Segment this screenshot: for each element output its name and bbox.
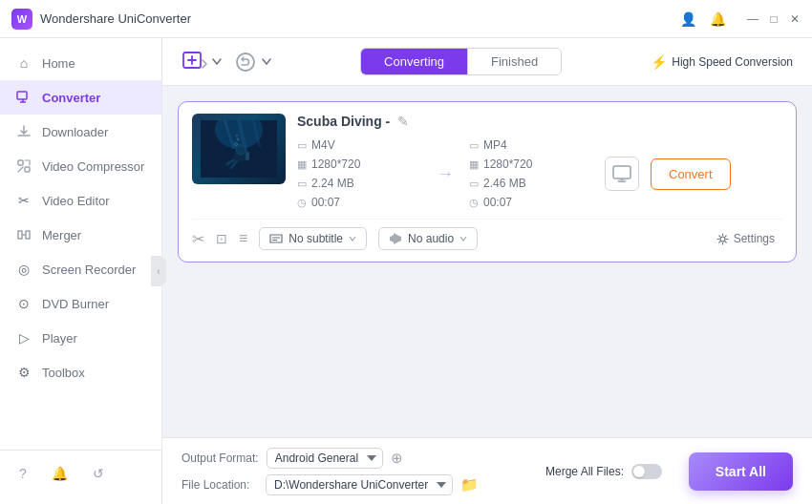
file-name: Scuba Diving - <box>297 114 390 129</box>
file-card: Scuba Diving - ✎ ▭ M4V ▦ <box>178 101 797 262</box>
file-settings-button[interactable]: Settings <box>709 228 782 249</box>
dest-resolution: 1280*720 <box>483 158 532 171</box>
file-thumbnail <box>192 114 286 184</box>
sidebar-item-feedback[interactable]: ↺ <box>89 462 108 485</box>
toggle-thumb <box>633 466 645 477</box>
svg-rect-3 <box>18 160 23 165</box>
sidebar-label-merger: Merger <box>42 228 81 242</box>
sidebar-item-toolbox[interactable]: ⚙ Toolbox <box>0 355 161 389</box>
convert-button[interactable]: Convert <box>651 158 731 190</box>
dest-format-item: ▭ MP4 <box>469 138 593 152</box>
convert-select-button[interactable] <box>233 50 271 74</box>
file-meta-row: ▭ M4V ▦ 1280*720 ▭ 2.24 MB <box>297 138 782 209</box>
sidebar-label-editor: Video Editor <box>42 194 110 208</box>
browse-folder-icon[interactable]: 📁 <box>460 476 479 494</box>
source-format-item: ▭ M4V <box>297 138 421 152</box>
sidebar-item-home[interactable]: ⌂ Home <box>0 46 161 80</box>
sidebar-item-video-compressor[interactable]: Video Compressor <box>0 149 161 183</box>
window-controls: — □ ✕ <box>747 13 801 25</box>
toolbox-icon: ⚙ <box>15 364 32 381</box>
file-area: Scuba Diving - ✎ ▭ M4V ▦ <box>162 86 812 437</box>
format-icon: ▭ <box>297 139 307 152</box>
sidebar-item-dvd-burner[interactable]: ⊙ DVD Burner <box>0 286 161 321</box>
sidebar-collapse-button[interactable]: ‹ <box>151 256 166 286</box>
dest-size-icon: ▭ <box>469 178 479 190</box>
tab-finished[interactable]: Finished <box>468 49 561 74</box>
source-resolution: 1280*720 <box>311 158 360 171</box>
subtitle-label: No subtitle <box>288 232 343 245</box>
high-speed-label: High Speed Conversion <box>672 55 793 69</box>
cut-icon[interactable]: ✂ <box>192 230 204 248</box>
minimize-button[interactable]: — <box>747 13 759 25</box>
sidebar-bottom: ? 🔔 ↺ <box>0 450 161 496</box>
converter-icon <box>15 89 32 106</box>
tab-group: Converting Finished <box>360 48 562 75</box>
settings-label: Settings <box>734 232 775 245</box>
output-format-icon[interactable]: ⊕ <box>391 450 403 467</box>
file-card-bottom: ✂ ⊡ ≡ No subtitle <box>192 219 782 250</box>
dest-resolution-item: ▦ 1280*720 <box>469 158 593 171</box>
sidebar-label-dvd: DVD Burner <box>42 297 109 311</box>
subtitle-select[interactable]: No subtitle <box>259 227 367 250</box>
start-all-button[interactable]: Start All <box>689 452 793 491</box>
tab-converting[interactable]: Converting <box>361 49 468 74</box>
source-size: 2.24 MB <box>311 177 354 190</box>
output-format-row: Output Format: Android General ⊕ <box>182 448 479 469</box>
dest-format-icon: ▭ <box>469 139 479 152</box>
file-title-row: Scuba Diving - ✎ <box>297 114 782 129</box>
source-duration: 00:07 <box>311 196 340 209</box>
meta-dest: ▭ MP4 ▦ 1280*720 ▭ 2.46 MB <box>469 138 593 209</box>
dest-duration-icon: ◷ <box>469 197 479 209</box>
app-icon: W <box>11 9 32 30</box>
high-speed-conversion[interactable]: ⚡ High Speed Conversion <box>651 54 793 70</box>
bell-icon[interactable]: 🔔 <box>710 11 726 27</box>
meta-source: ▭ M4V ▦ 1280*720 ▭ 2.24 MB <box>297 138 421 209</box>
content-header: Converting Finished ⚡ High Speed Convers… <box>162 38 812 86</box>
dest-duration: 00:07 <box>483 196 512 209</box>
header-actions <box>182 49 271 75</box>
sidebar-item-merger[interactable]: Merger <box>0 218 161 252</box>
dvd-icon: ⊙ <box>15 295 32 312</box>
close-button[interactable]: ✕ <box>789 13 801 25</box>
effects-icon[interactable]: ≡ <box>239 230 247 247</box>
output-format-select[interactable]: Android General <box>267 448 383 469</box>
dest-size: 2.46 MB <box>483 177 526 190</box>
dest-format: MP4 <box>483 138 507 152</box>
dest-size-item: ▭ 2.46 MB <box>469 177 593 190</box>
sidebar-item-downloader[interactable]: Downloader <box>0 115 161 149</box>
sidebar-label-downloader: Downloader <box>42 125 108 139</box>
audio-label: No audio <box>408 232 454 245</box>
merge-label: Merge All Files: <box>545 465 624 478</box>
file-info: Scuba Diving - ✎ ▭ M4V ▦ <box>297 114 782 209</box>
file-edit-icon[interactable]: ✎ <box>397 114 409 129</box>
dest-resolution-icon: ▦ <box>469 158 479 171</box>
svg-rect-16 <box>613 166 630 178</box>
source-format: M4V <box>311 138 335 152</box>
recorder-icon: ◎ <box>15 261 32 278</box>
home-icon: ⌂ <box>15 54 32 72</box>
user-icon[interactable]: 👤 <box>680 11 696 27</box>
merge-toggle[interactable] <box>631 464 662 479</box>
audio-select[interactable]: No audio <box>378 227 478 250</box>
add-file-button[interactable] <box>182 49 222 75</box>
output-format-label: Output Format: <box>182 452 259 465</box>
size-icon: ▭ <box>297 178 307 190</box>
file-location-select[interactable]: D:\Wondershare UniConverter <box>266 474 453 495</box>
editor-icon: ✂ <box>15 192 32 209</box>
svg-point-7 <box>237 53 254 71</box>
app-title: Wondershare UniConverter <box>40 11 191 26</box>
title-bar: W Wondershare UniConverter 👤 🔔 — □ ✕ <box>0 0 812 38</box>
sidebar-label-compressor: Video Compressor <box>42 159 144 174</box>
sidebar: ⌂ Home Converter Downloader <box>0 38 162 504</box>
crop-icon[interactable]: ⊡ <box>216 231 227 246</box>
sidebar-item-notifications[interactable]: 🔔 <box>48 462 72 485</box>
sidebar-item-converter[interactable]: Converter <box>0 80 161 115</box>
sidebar-item-player[interactable]: ▷ Player <box>0 321 161 355</box>
svg-rect-12 <box>246 152 249 160</box>
sidebar-item-video-editor[interactable]: ✂ Video Editor <box>0 183 161 218</box>
footer-fields: Output Format: Android General ⊕ File Lo… <box>182 448 479 495</box>
footer: Output Format: Android General ⊕ File Lo… <box>162 437 812 504</box>
maximize-button[interactable]: □ <box>768 13 780 25</box>
sidebar-item-screen-recorder[interactable]: ◎ Screen Recorder <box>0 252 161 286</box>
sidebar-item-help[interactable]: ? <box>15 462 31 485</box>
